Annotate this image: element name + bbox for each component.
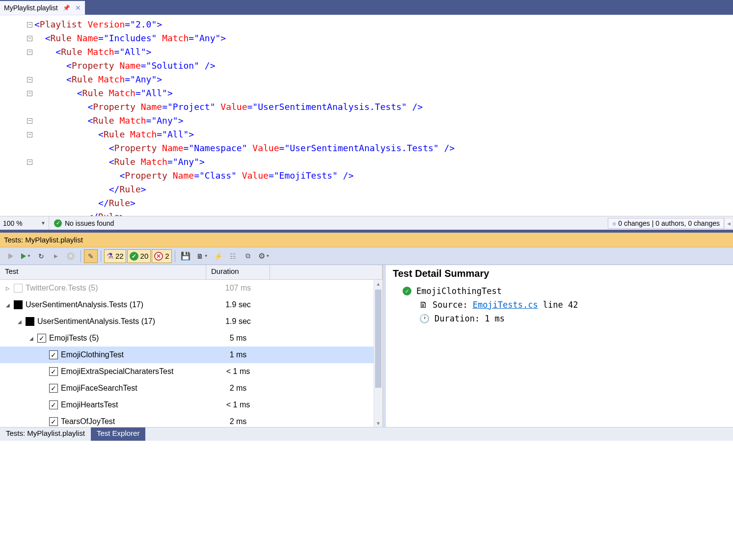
code-line[interactable]: <Property Name="Solution" /> <box>34 59 733 73</box>
zoom-dropdown[interactable]: 100 % ▼ <box>0 216 49 230</box>
detail-test-name: EmojiClothingTest <box>416 286 502 296</box>
fold-toggle[interactable]: − <box>27 91 32 96</box>
checkbox[interactable]: ✓ <box>49 400 58 409</box>
code-line[interactable]: <Rule Name="Includes" Match="Any"> <box>34 31 733 45</box>
test-row[interactable]: ✓EmojiHeartsTest< 1 ms <box>0 397 374 413</box>
test-tree[interactable]: ▷TwitterCore.Tests (5)107 ms◢UserSentime… <box>0 280 374 427</box>
test-row[interactable]: ✓EmojiClothingTest1 ms <box>0 347 374 363</box>
issues-panel: ✓ No issues found <box>49 219 608 227</box>
run-button[interactable]: ▼ <box>19 249 33 263</box>
scroll-thumb[interactable] <box>375 290 381 388</box>
clock-icon: 🕐 <box>419 314 430 323</box>
expand-toggle[interactable]: ◢ <box>5 302 11 308</box>
code-line[interactable]: </Rule> <box>34 196 733 210</box>
failed-count: 2 <box>165 252 169 260</box>
checkbox[interactable]: ✓ <box>37 334 46 343</box>
repeat-button[interactable]: ↻ <box>34 249 48 263</box>
column-test[interactable]: Test <box>0 265 206 279</box>
test-duration: < 1 ms <box>206 400 270 409</box>
run-until-fail-button[interactable]: ⚡ <box>212 249 225 263</box>
test-duration: 2 ms <box>206 417 270 426</box>
chevron-down-icon: ▼ <box>41 220 46 226</box>
test-duration: 5 ms <box>206 334 270 343</box>
code-line[interactable]: <Rule Match="All"> <box>34 128 733 141</box>
document-tab[interactable]: MyPlaylist.playlist 📌 ✕ <box>0 1 85 15</box>
bottom-tab-test-explorer[interactable]: Test Explorer <box>91 427 146 441</box>
edit-mode-button[interactable]: ✎ <box>84 249 98 263</box>
code-line[interactable]: </Rule> <box>34 183 733 196</box>
code-editor[interactable]: −−−−−−−− <Playlist Version="2.0"> <Rule … <box>0 15 733 216</box>
run-all-button[interactable] <box>4 249 18 263</box>
vertical-scrollbar[interactable]: ▲ ▼ <box>374 280 382 427</box>
failed-tests-button[interactable]: ✕2 <box>152 249 171 263</box>
checkbox[interactable] <box>14 284 23 293</box>
checkbox[interactable]: ✓ <box>49 350 58 359</box>
options-button[interactable]: ⚙▼ <box>256 249 272 263</box>
test-label: TwitterCore.Tests (5) <box>26 284 98 293</box>
test-row[interactable]: ◢UserSentimentAnalysis.Tests (17)1.9 sec <box>0 313 374 330</box>
test-row[interactable]: ✓EmojiExtraSpecialCharatersTest< 1 ms <box>0 363 374 380</box>
stop-button[interactable]: ✕ <box>64 249 78 263</box>
tests-body: Test Duration ▷TwitterCore.Tests (5)107 … <box>0 265 733 427</box>
test-label: EmojiExtraSpecialCharatersTest <box>61 367 173 376</box>
pass-icon: ✓ <box>130 252 138 261</box>
test-row[interactable]: ◢✓EmojiTests (5)5 ms <box>0 330 374 347</box>
fold-toggle[interactable]: − <box>27 132 32 137</box>
columns-button[interactable]: ⧉ <box>241 249 255 263</box>
expand-toggle[interactable]: ◢ <box>17 319 23 324</box>
close-icon[interactable]: ✕ <box>75 4 81 12</box>
test-duration: 2 ms <box>206 384 270 393</box>
code-line[interactable]: <Rule Match="Any"> <box>34 155 733 169</box>
pin-icon[interactable]: 📌 <box>63 4 70 11</box>
source-label: Source: <box>433 300 468 310</box>
changes-indicator[interactable]: ⟐ 0 changes | 0 authors, 0 changes <box>608 218 724 229</box>
expand-toggle[interactable]: ◢ <box>28 336 34 341</box>
test-label: EmojiTests (5) <box>49 334 99 343</box>
test-row[interactable]: ✓TearsOfJoyTest2 ms <box>0 413 374 427</box>
scroll-up-icon[interactable]: ▲ <box>374 280 382 288</box>
passed-tests-button[interactable]: ✓20 <box>127 249 151 263</box>
bottom-tab-bar: Tests: MyPlaylist.playlist Test Explorer <box>0 427 733 441</box>
code-line[interactable]: <Property Name="Class" Value="EmojiTests… <box>34 169 733 183</box>
code-line[interactable]: <Property Name="Namespace" Value="UserSe… <box>34 141 733 155</box>
code-line[interactable]: <Rule Match="All"> <box>34 45 733 59</box>
code-line[interactable]: <Property Name="Project" Value="UserSent… <box>34 100 733 114</box>
group-by-button[interactable]: ☷ <box>226 249 240 263</box>
check-circle-icon: ✓ <box>54 219 62 227</box>
nav-arrow-button[interactable]: ◂ <box>724 218 733 229</box>
fold-toggle[interactable]: − <box>27 160 32 165</box>
test-row[interactable]: ◢UserSentimentAnalysis.Tests (17)1.9 sec <box>0 296 374 313</box>
tree-header: Test Duration <box>0 265 382 280</box>
scroll-down-icon[interactable]: ▼ <box>374 419 382 427</box>
checkbox[interactable] <box>14 300 23 309</box>
fold-toggle[interactable]: − <box>27 77 32 82</box>
checkbox[interactable]: ✓ <box>49 417 58 426</box>
save-button[interactable]: 💾 <box>178 249 193 263</box>
checkbox[interactable]: ✓ <box>49 384 58 393</box>
fold-toggle[interactable]: − <box>27 118 32 124</box>
expand-toggle[interactable]: ▷ <box>5 286 11 291</box>
play-small-button[interactable]: ▶ <box>49 249 63 263</box>
test-row[interactable]: ✓EmojiFaceSearchTest2 ms <box>0 380 374 397</box>
total-tests-button[interactable]: ⚗22 <box>104 249 126 263</box>
checkbox[interactable] <box>26 317 34 326</box>
changes-text: 0 changes | 0 authors, 0 changes <box>618 219 720 227</box>
fold-toggle[interactable]: − <box>27 22 32 27</box>
settings-file-button[interactable]: 🗎▼ <box>194 249 211 263</box>
column-duration[interactable]: Duration <box>206 265 270 279</box>
fold-toggle[interactable]: − <box>27 50 32 55</box>
code-line[interactable]: <Rule Match="Any"> <box>34 114 733 128</box>
code-line[interactable]: <Playlist Version="2.0"> <box>34 18 733 31</box>
code-line[interactable]: <Rule Match="All"> <box>34 86 733 100</box>
checkbox[interactable]: ✓ <box>49 367 58 376</box>
code-area[interactable]: <Playlist Version="2.0"> <Rule Name="Inc… <box>34 15 733 216</box>
source-file-link[interactable]: EmojiTests.cs <box>473 300 538 310</box>
flask-icon: ⚗ <box>107 251 113 261</box>
code-line[interactable]: </Rule> <box>34 210 733 216</box>
fold-toggle[interactable]: − <box>27 36 32 41</box>
settings-file-icon: 🗎 <box>196 252 203 260</box>
gear-icon: ⚙ <box>258 251 265 261</box>
code-line[interactable]: <Rule Match="Any"> <box>34 73 733 86</box>
test-row[interactable]: ▷TwitterCore.Tests (5)107 ms <box>0 280 374 296</box>
bottom-tab-playlist[interactable]: Tests: MyPlaylist.playlist <box>0 427 91 441</box>
